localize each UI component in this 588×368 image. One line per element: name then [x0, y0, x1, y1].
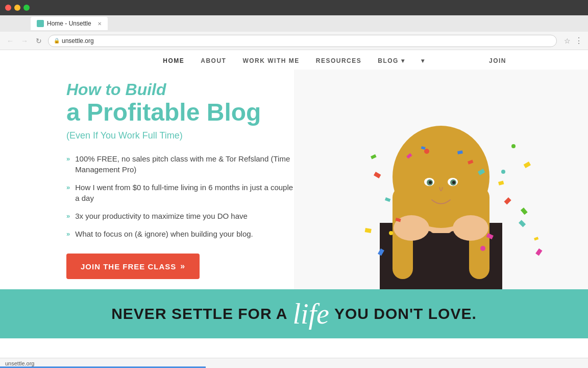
bullet-chevron-2: »	[66, 183, 70, 192]
svg-point-36	[480, 246, 485, 251]
footer-banner: NEVER SETTLE FOR A life YOU DON'T LOVE.	[0, 289, 588, 338]
nav-work-with-me[interactable]: WORK WITH ME	[242, 57, 299, 70]
nav-dropdown[interactable]: ▾	[421, 57, 425, 70]
bullet-text-3: 3x your productivity to maximize time yo…	[75, 211, 248, 221]
hero-section: How to Build a Profitable Blog (Even If …	[0, 70, 588, 289]
url-text: unsettle.org	[62, 37, 94, 44]
hero-image	[294, 70, 588, 289]
site-navigation: HOME ABOUT WORK WITH ME RESOURCES BLOG ▾…	[0, 50, 588, 70]
bullet-chevron-1: »	[66, 154, 70, 164]
hero-bullet-list: » 100% FREE, no sales pitch class with m…	[66, 153, 324, 239]
hero-subtitle: (Even If You Work Full Time)	[66, 130, 324, 141]
bullet-item-1: » 100% FREE, no sales pitch class with m…	[66, 153, 324, 175]
hero-illustration	[294, 70, 588, 289]
tab-favicon	[37, 20, 44, 27]
back-button[interactable]: ←	[5, 36, 15, 46]
minimize-button[interactable]	[14, 5, 20, 11]
svg-point-15	[453, 215, 488, 241]
svg-point-37	[511, 144, 516, 148]
cta-label: JOIN THE FREE CLASS	[81, 262, 176, 271]
status-url-text: unsettle.org	[5, 360, 34, 366]
active-tab[interactable]: Home - Unsettle ✕	[31, 17, 108, 30]
nav-home[interactable]: HOME	[163, 57, 184, 70]
footer-text-before: NEVER SETTLE FOR A	[111, 305, 287, 323]
svg-point-34	[501, 170, 505, 174]
forward-button[interactable]: →	[19, 36, 30, 46]
close-button[interactable]	[5, 5, 11, 11]
browser-toolbar: ← → ↻ 🔒 unsettle.org ☆ ⋮	[0, 32, 588, 50]
hero-title-line1: How to Build	[66, 80, 324, 99]
join-free-class-button[interactable]: JOIN THE FREE CLASS »	[66, 254, 200, 279]
bullet-text-1: 100% FREE, no sales pitch class with me …	[75, 153, 323, 175]
bullet-item-4: » What to focus on (& ignore) when build…	[66, 228, 324, 239]
nav-join[interactable]: JOIN	[489, 57, 506, 71]
website-content: HOME ABOUT WORK WITH ME RESOURCES BLOG ▾…	[0, 50, 588, 338]
bullet-text-4: What to focus on (& ignore) when buildin…	[75, 228, 253, 239]
footer-text-script: life	[292, 300, 329, 328]
reload-button[interactable]: ↻	[34, 36, 44, 46]
hero-title-line2: a Profitable Blog	[66, 99, 324, 126]
bullet-item-2: » How I went from $0 to full-time living…	[66, 182, 324, 203]
nav-resources[interactable]: RESOURCES	[316, 57, 362, 70]
svg-point-35	[389, 231, 393, 235]
nav-blog[interactable]: BLOG ▾	[378, 57, 405, 70]
bookmark-star-icon[interactable]: ☆	[564, 37, 571, 45]
svg-point-13	[452, 181, 455, 184]
ssl-lock-icon: 🔒	[54, 38, 60, 43]
tab-title: Home - Unsettle	[47, 20, 91, 27]
bullet-item-3: » 3x your productivity to maximize time …	[66, 211, 324, 221]
tab-close-button[interactable]: ✕	[97, 21, 102, 27]
hero-content: How to Build a Profitable Blog (Even If …	[0, 70, 324, 289]
tab-bar: Home - Unsettle ✕	[0, 15, 588, 32]
cta-arrow-icon: »	[180, 262, 185, 271]
browser-titlebar	[0, 0, 588, 15]
nav-about[interactable]: ABOUT	[201, 57, 226, 70]
footer-text-after: YOU DON'T LOVE.	[334, 305, 477, 323]
bullet-text-2: How I went from $0 to full-time living i…	[75, 182, 323, 203]
url-bar[interactable]: 🔒 unsettle.org	[48, 35, 557, 47]
svg-point-12	[429, 181, 432, 184]
bullet-chevron-3: »	[66, 212, 70, 221]
maximize-button[interactable]	[23, 5, 30, 11]
browser-menu-icon[interactable]: ⋮	[575, 36, 583, 45]
bullet-chevron-4: »	[66, 229, 70, 239]
status-bar: unsettle.org	[0, 358, 588, 368]
